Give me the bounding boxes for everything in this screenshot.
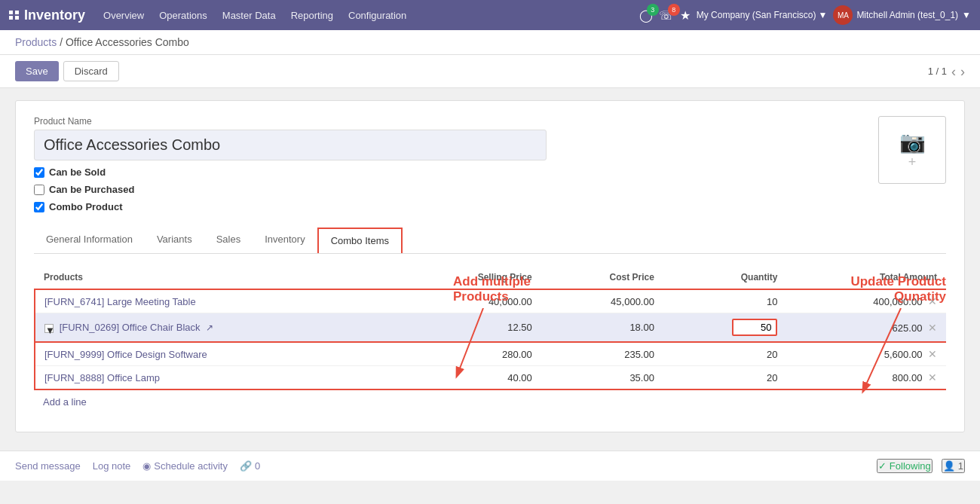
dropdown-indicator[interactable]: ▼ [44, 324, 54, 333]
delete-row-button[interactable]: ✕ [928, 295, 937, 307]
cost-price-cell: 18.00 [541, 313, 663, 343]
total-amount-cell: 5,600.00 ✕ [786, 342, 946, 366]
followers-button[interactable]: 👤 1 [942, 459, 965, 473]
product-name-input[interactable] [34, 130, 547, 160]
total-amount-cell: 625.00 ✕ [786, 313, 946, 343]
plus-icon: + [908, 154, 917, 170]
can-be-sold-label: Can be Sold [49, 166, 106, 178]
delete-row-button[interactable]: ✕ [928, 322, 937, 334]
nav-menu: Overview Operations Master Data Reportin… [97, 7, 633, 24]
selling-price-cell: 40.00 [400, 366, 541, 390]
settings-btn[interactable]: ★ [680, 8, 691, 23]
product-cell: [FURN_8888] Office Lamp [35, 366, 400, 390]
col-header-total-amount: Total Amount [786, 266, 946, 289]
nav-operations[interactable]: Operations [153, 7, 213, 24]
person-icon: 👤 [943, 460, 955, 472]
product-link[interactable]: [FURN_8888] Office Lamp [44, 372, 160, 383]
can-be-sold-row: Can be Sold [34, 166, 946, 178]
can-be-purchased-row: Can be Purchased [34, 184, 946, 195]
selling-price-cell: 280.00 [400, 342, 541, 366]
nav-overview[interactable]: Overview [97, 7, 150, 24]
tab-inventory[interactable]: Inventory [253, 228, 317, 253]
clock-icon: ◉ [142, 460, 151, 472]
discard-button[interactable]: Discard [63, 61, 119, 81]
combo-product-label: Combo Product [49, 201, 123, 212]
toolbar-actions: Save Discard [15, 61, 119, 81]
table-row: [FURN_8888] Office Lamp 40.00 35.00 20 8… [35, 366, 946, 390]
prev-button[interactable]: ‹ [951, 65, 956, 78]
delete-row-button[interactable]: ✕ [928, 348, 937, 360]
combo-product-row: Combo Product [34, 201, 946, 212]
total-amount-cell: 400,000.00 ✕ [786, 289, 946, 313]
tab-combo-items[interactable]: Combo Items [317, 228, 403, 253]
activity-btn[interactable]: ◯ 3 [639, 8, 653, 23]
camera-icon: 📷 [899, 130, 926, 154]
nav-reporting[interactable]: Reporting [285, 7, 339, 24]
nav-master-data[interactable]: Master Data [216, 7, 282, 24]
product-image-upload[interactable]: 📷 + [878, 116, 946, 184]
total-amount-cell: 800.00 ✕ [786, 366, 946, 390]
topnav: Inventory Overview Operations Master Dat… [0, 0, 980, 30]
nav-right: ◯ 3 ☏ 8 ★ My Company (San Francisco) ▼ M… [639, 5, 971, 25]
table-row: ▼ [FURN_0269] Office Chair Black ↗ 12.50… [35, 313, 946, 343]
avatar: MA [833, 5, 853, 25]
quantity-value: 10 [767, 296, 777, 307]
log-note-button[interactable]: Log note [93, 460, 131, 472]
company-selector[interactable]: My Company (San Francisco) ▼ [697, 10, 828, 20]
link-icon: 🔗 [240, 460, 252, 472]
cost-price-cell: 45,000.00 [541, 289, 663, 313]
app-title: Inventory [24, 8, 85, 23]
send-message-button[interactable]: Send message [15, 460, 81, 472]
product-link[interactable]: [FURN_9999] Office Design Software [44, 349, 207, 360]
user-menu[interactable]: MA Mitchell Admin (test_0_1) ▼ [833, 5, 971, 25]
app-logo[interactable]: Inventory [9, 8, 85, 23]
col-header-selling-price: Selling Price [400, 266, 541, 289]
next-button[interactable]: › [960, 65, 965, 78]
breadcrumb-parent[interactable]: Products [15, 36, 57, 48]
can-be-sold-checkbox[interactable] [34, 167, 44, 178]
activity-badge: 3 [647, 4, 659, 16]
product-name-label: Product Name [34, 116, 946, 127]
delete-row-button[interactable]: ✕ [928, 371, 937, 383]
tab-sales[interactable]: Sales [204, 228, 253, 253]
cost-price-cell: 35.00 [541, 366, 663, 390]
col-header-cost-price: Cost Price [541, 266, 663, 289]
add-line-button[interactable]: Add a line [34, 390, 96, 414]
product-link[interactable]: [FURN_6741] Large Meeting Table [44, 296, 196, 307]
save-button[interactable]: Save [15, 61, 59, 81]
selling-price-cell: 40,000.00 [400, 289, 541, 313]
messages-btn[interactable]: ☏ 8 [659, 8, 674, 23]
nav-configuration[interactable]: Configuration [342, 7, 412, 24]
product-link[interactable]: [FURN_0269] Office Chair Black [60, 322, 201, 333]
col-header-products: Products [35, 266, 400, 289]
chevron-down-icon: ▼ [962, 10, 971, 20]
footer-bar: Send message Log note ◉ Schedule activit… [0, 451, 980, 481]
schedule-activity-button[interactable]: ◉ Schedule activity [142, 460, 228, 472]
combo-product-checkbox[interactable] [34, 202, 44, 212]
breadcrumb-current: Office Accessories Combo [66, 36, 189, 48]
combo-items-table-section: Products Selling Price Cost Price Quanti… [34, 266, 946, 414]
pagination-info: 1 / 1 [928, 66, 947, 77]
tab-variants[interactable]: Variants [145, 228, 204, 253]
product-cell: ▼ [FURN_0269] Office Chair Black ↗ [35, 313, 400, 343]
following-button[interactable]: ✓ Following [877, 459, 933, 473]
followers-count-button[interactable]: 🔗 0 [240, 460, 260, 472]
col-header-quantity: Quantity [663, 266, 786, 289]
check-icon: ✓ [878, 460, 887, 472]
external-link-icon[interactable]: ↗ [206, 322, 213, 333]
quantity-input[interactable]: 50 [732, 319, 777, 336]
table-row: [FURN_9999] Office Design Software 280.0… [35, 342, 946, 366]
breadcrumb: Products / Office Accessories Combo [15, 36, 189, 48]
pagination: 1 / 1 ‹ › [928, 65, 965, 78]
product-cell: [FURN_6741] Large Meeting Table [35, 289, 400, 313]
tab-general-information[interactable]: General Information [34, 228, 145, 253]
messages-badge: 8 [668, 4, 680, 16]
table-row: [FURN_6741] Large Meeting Table 40,000.0… [35, 289, 946, 313]
quantity-cell: 20 [663, 342, 786, 366]
form-tabs: General Information Variants Sales Inven… [34, 228, 946, 254]
footer-right: ✓ Following 👤 1 [877, 459, 965, 473]
chevron-down-icon: ▼ [818, 10, 827, 20]
grid-icon [9, 11, 20, 20]
can-be-purchased-checkbox[interactable] [34, 185, 44, 195]
quantity-cell: 10 [663, 289, 786, 313]
